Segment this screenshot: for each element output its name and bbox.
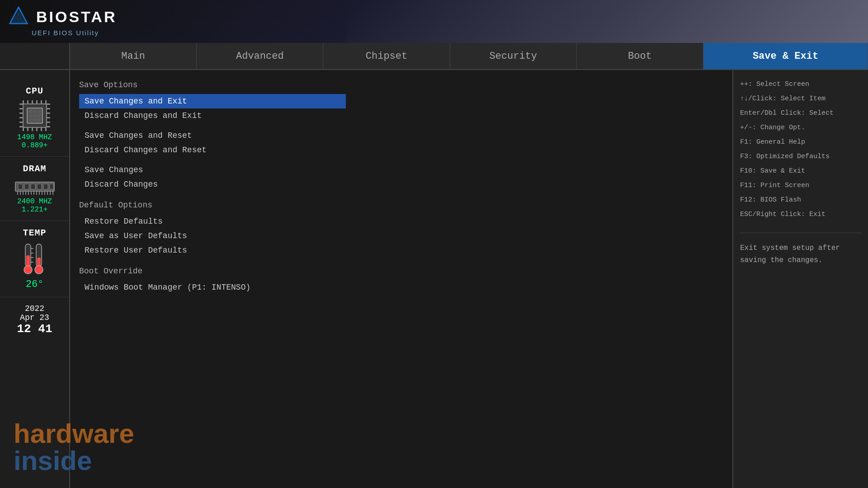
svg-rect-24 (47, 122, 50, 123)
svg-rect-12 (41, 127, 42, 131)
svg-point-57 (24, 266, 32, 274)
sidebar-temp-section: TEMP 26° (0, 221, 69, 297)
svg-rect-16 (19, 113, 23, 114)
save-options-header: Save Options (79, 80, 723, 89)
svg-rect-20 (47, 103, 50, 105)
svg-rect-52 (47, 191, 48, 195)
svg-point-60 (35, 266, 43, 274)
nav-bar: Main Advanced Chipset Security Boot Save… (0, 43, 868, 70)
date-display: Apr 23 (20, 313, 49, 322)
svg-rect-17 (19, 117, 23, 118)
default-options-header: Default Options (79, 201, 723, 210)
svg-rect-6 (41, 100, 42, 104)
menu-item-save-changes-exit[interactable]: Save Changes and Exit (79, 94, 346, 108)
tab-chipset[interactable]: Chipset (323, 43, 450, 69)
svg-rect-25 (47, 126, 50, 127)
svg-rect-51 (44, 191, 45, 195)
svg-rect-53 (50, 191, 51, 195)
cpu-freq: 1498 MHZ (17, 133, 52, 141)
menu-item-discard-changes-reset[interactable]: Discard Changes and Reset (79, 143, 346, 157)
svg-rect-4 (32, 100, 33, 104)
svg-rect-54 (52, 191, 53, 195)
svg-rect-21 (47, 108, 50, 109)
help-line: F12: BIOS Flash (740, 195, 861, 206)
brand-name: BIOSTAR (36, 8, 117, 26)
svg-rect-50 (42, 191, 42, 195)
svg-rect-35 (18, 184, 23, 189)
svg-rect-36 (24, 184, 29, 189)
watermark-line1: hardware (14, 420, 134, 447)
svg-rect-48 (36, 191, 37, 195)
help-line: F10: Save & Exit (740, 166, 861, 177)
content-area: Save Options Save Changes and Exit Disca… (70, 70, 732, 488)
help-line: ESC/Right Click: Exit (740, 209, 861, 220)
right-panel: ++: Select Screen↑↓/Click: Select ItemEn… (732, 70, 868, 488)
help-line: Enter/Dbl Click: Select (740, 108, 861, 119)
svg-rect-19 (19, 126, 23, 127)
biostar-logo: BIOSTAR UEFI BIOS Utility (9, 6, 117, 37)
svg-rect-45 (28, 191, 29, 195)
help-divider (740, 233, 861, 233)
header: BIOSTAR UEFI BIOS Utility (0, 0, 868, 43)
svg-rect-38 (37, 184, 42, 189)
watermark-line2: inside (14, 447, 134, 474)
menu-item-windows-boot-manager[interactable]: Windows Boot Manager (P1: INTENSO) (79, 280, 346, 295)
menu-item-discard-changes-exit[interactable]: Discard Changes and Exit (79, 108, 346, 123)
biostar-logo-icon (9, 6, 28, 25)
svg-rect-3 (27, 100, 28, 104)
dram-icon (14, 178, 55, 196)
svg-rect-9 (27, 127, 28, 131)
svg-rect-47 (33, 191, 34, 195)
watermark: hardware inside (14, 420, 134, 474)
menu-item-restore-user-defaults[interactable]: Restore User Defaults (79, 243, 346, 258)
help-line: F1: General Help (740, 137, 861, 148)
tab-boot[interactable]: Boot (577, 43, 703, 69)
dram-label: DRAM (23, 164, 46, 174)
help-line: ++: Select Screen (740, 79, 861, 90)
svg-rect-11 (36, 127, 38, 131)
menu-item-save-user-defaults[interactable]: Save as User Defaults (79, 229, 346, 243)
time-display: 12 41 (17, 322, 52, 336)
sidebar-cpu-section: CPU (0, 79, 69, 157)
svg-rect-44 (25, 191, 26, 195)
svg-rect-14 (19, 103, 23, 105)
year-display: 2022 (25, 304, 44, 313)
menu-item-restore-defaults[interactable]: Restore Defaults (79, 214, 346, 229)
svg-rect-43 (23, 191, 24, 195)
svg-rect-13 (45, 127, 47, 131)
svg-rect-2 (23, 100, 24, 104)
menu-item-discard-changes[interactable]: Discard Changes (79, 177, 346, 192)
svg-rect-18 (19, 122, 23, 123)
boot-override-header: Boot Override (79, 267, 723, 276)
svg-rect-15 (19, 108, 23, 109)
tab-security[interactable]: Security (450, 43, 577, 69)
help-line: F11: Print Screen (740, 180, 861, 191)
sidebar-datetime-section: 2022 Apr 23 12 41 (0, 297, 69, 343)
cpu-label: CPU (26, 86, 43, 96)
svg-rect-7 (45, 100, 47, 104)
dram-volt: 1.221+ (22, 206, 48, 214)
description-text: Exit system setup after saving the chang… (740, 242, 861, 267)
menu-item-save-changes-reset[interactable]: Save Changes and Reset (79, 128, 346, 143)
tab-main[interactable]: Main (70, 43, 197, 69)
tab-advanced[interactable]: Advanced (197, 43, 323, 69)
svg-rect-22 (47, 113, 50, 114)
cpu-icon (19, 100, 51, 131)
svg-rect-39 (43, 184, 48, 189)
svg-rect-10 (32, 127, 33, 131)
help-line: ↑↓/Click: Select Item (740, 94, 861, 104)
svg-rect-37 (31, 184, 35, 189)
help-line: F3: Optimized Defaults (740, 151, 861, 162)
temp-label: TEMP (23, 228, 46, 238)
dram-freq: 2400 MHZ (17, 197, 52, 206)
thermometer-icon (19, 242, 51, 278)
svg-rect-5 (36, 100, 38, 104)
tab-save-exit[interactable]: Save & Exit (703, 43, 868, 69)
svg-rect-41 (17, 191, 18, 195)
help-line: +/-: Change Opt. (740, 122, 861, 133)
svg-rect-23 (47, 117, 50, 118)
svg-rect-46 (31, 191, 32, 195)
svg-rect-49 (39, 191, 40, 195)
menu-item-save-changes[interactable]: Save Changes (79, 163, 346, 177)
cpu-volt: 0.889+ (22, 141, 48, 150)
